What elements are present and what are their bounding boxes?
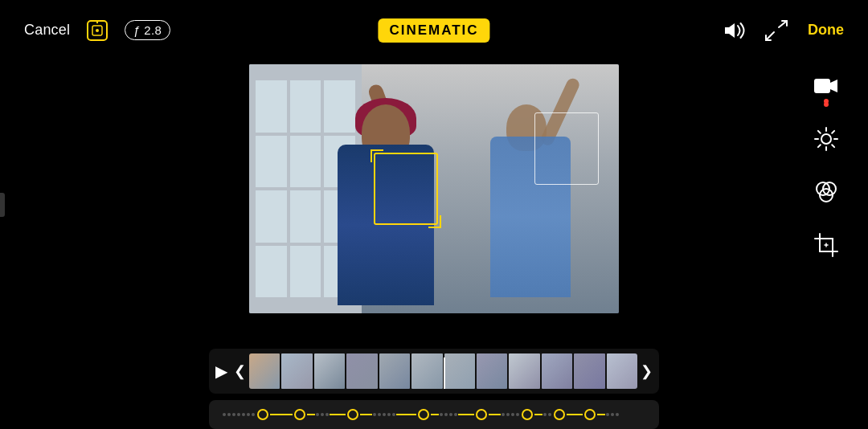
- svg-line-18: [832, 131, 834, 133]
- focus-dot: [326, 413, 329, 416]
- film-frame: [477, 353, 507, 389]
- focus-dot: [502, 413, 505, 416]
- svg-line-19: [818, 145, 821, 147]
- timeline-chevron-right[interactable]: ❯: [641, 362, 653, 380]
- svg-line-4: [766, 32, 774, 40]
- svg-line-17: [832, 145, 834, 147]
- focus-dot: [378, 413, 381, 416]
- film-frame: [509, 353, 539, 389]
- playhead: [444, 358, 445, 389]
- focus-track[interactable]: [209, 400, 659, 429]
- focus-dots-container: [222, 409, 646, 420]
- focus-dot: [247, 413, 250, 416]
- svg-line-7: [779, 21, 787, 27]
- aperture-badge[interactable]: ƒ 2.8: [125, 20, 170, 40]
- record-indicator: [824, 99, 829, 104]
- focus-dot: [242, 413, 245, 416]
- svg-point-3: [96, 21, 98, 22]
- focus-point-5[interactable]: [476, 409, 487, 420]
- right-toolbar: [809, 68, 844, 263]
- film-frame: [249, 353, 280, 389]
- done-button[interactable]: Done: [808, 22, 844, 39]
- focus-dot: [449, 413, 452, 416]
- film-frame: [281, 353, 312, 389]
- play-button[interactable]: ▶: [215, 362, 227, 381]
- timeline-chevron-left[interactable]: ❮: [234, 362, 246, 380]
- focus-dot: [252, 413, 255, 416]
- video-container: [249, 64, 619, 313]
- focus-dot: [387, 413, 391, 416]
- focus-dot: [543, 413, 547, 416]
- focus-dot: [454, 413, 457, 416]
- focus-line: [489, 414, 501, 415]
- focus-dot: [237, 413, 240, 416]
- focus-point-3[interactable]: [347, 409, 358, 420]
- auto-focus-icon[interactable]: [84, 18, 110, 43]
- focus-dot: [223, 413, 226, 416]
- primary-focus-box[interactable]: [374, 153, 438, 225]
- focus-point-4[interactable]: [418, 409, 429, 420]
- focus-dot: [373, 413, 376, 416]
- focus-dot: [440, 413, 443, 416]
- focus-line: [396, 414, 416, 415]
- focus-point-2[interactable]: [294, 409, 305, 420]
- focus-dot: [516, 413, 519, 416]
- focus-dot: [321, 413, 324, 416]
- crop-tool-button[interactable]: [809, 227, 844, 263]
- cinematic-badge: CINEMATIC: [378, 18, 489, 43]
- focus-dot: [227, 413, 231, 416]
- volume-icon[interactable]: [721, 19, 745, 42]
- focus-line: [534, 414, 542, 415]
- top-center: CINEMATIC: [378, 18, 489, 43]
- video-tool-button[interactable]: [809, 68, 844, 104]
- focus-point-1[interactable]: [257, 409, 268, 420]
- film-frame: [379, 353, 410, 389]
- svg-point-2: [96, 29, 99, 32]
- focus-dot: [232, 413, 235, 416]
- phone-side-button: [0, 193, 5, 217]
- film-frame: [444, 353, 475, 389]
- film-frame: [346, 353, 377, 389]
- svg-point-11: [821, 134, 831, 144]
- focus-line: [597, 414, 605, 415]
- focus-line: [307, 414, 315, 415]
- film-frame: [607, 353, 637, 389]
- focus-dot: [548, 413, 551, 416]
- focus-dot: [506, 413, 510, 416]
- focus-point-8[interactable]: [584, 409, 596, 420]
- focus-dot: [606, 413, 609, 416]
- focus-point-6[interactable]: [522, 409, 533, 420]
- resize-icon[interactable]: [764, 19, 788, 42]
- focus-line: [431, 414, 439, 415]
- film-frame: [542, 353, 572, 389]
- focus-dot: [383, 413, 386, 416]
- film-frame: [314, 353, 345, 389]
- focus-line: [270, 414, 293, 415]
- top-bar: Cancel ƒ 2.8 CINEMATIC: [0, 0, 868, 60]
- timeline-strip[interactable]: ▶ ❮ ❯: [209, 349, 659, 394]
- focus-dot: [511, 413, 514, 416]
- focus-dot: [444, 413, 448, 416]
- focus-dot: [616, 413, 619, 416]
- focus-line: [567, 414, 583, 415]
- adjust-tool-button[interactable]: [809, 121, 844, 157]
- focus-point-7[interactable]: [554, 409, 565, 420]
- secondary-detect-box[interactable]: [534, 112, 599, 185]
- video-frame: [249, 64, 619, 313]
- focus-line: [360, 414, 372, 415]
- bottom-controls: ▶ ❮ ❯: [0, 349, 868, 429]
- focus-line: [330, 414, 346, 415]
- focus-dot: [392, 413, 395, 416]
- top-right-controls: Done: [721, 19, 844, 42]
- focus-dot: [611, 413, 614, 416]
- film-frame: [411, 353, 442, 389]
- film-frame: [574, 353, 604, 389]
- main-content: [0, 60, 868, 344]
- focus-dot: [316, 413, 319, 416]
- svg-line-16: [818, 131, 821, 133]
- svg-rect-10: [814, 79, 830, 93]
- color-tool-button[interactable]: [809, 174, 844, 210]
- film-strip[interactable]: [249, 353, 637, 389]
- cancel-button[interactable]: Cancel: [24, 22, 70, 39]
- focus-line: [458, 414, 474, 415]
